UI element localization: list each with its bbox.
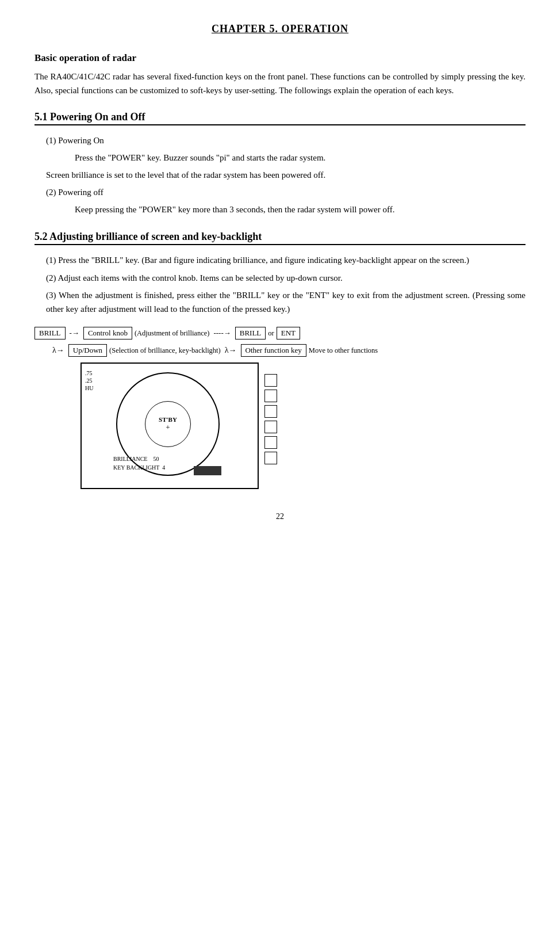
keybl-label: KEY BACKLIGHT xyxy=(113,464,159,471)
sidebar-box-5 xyxy=(264,436,277,449)
section-5-2-item-3: (3) When the adjustment is finished, pre… xyxy=(46,288,526,317)
keybl-info: KEY BACKLIGHT 4 xyxy=(113,463,165,472)
arrow-1: -→ xyxy=(70,329,79,338)
standby-text: ST'BY xyxy=(159,416,177,423)
sidebar-box-3 xyxy=(264,405,277,418)
flow-row-2: λ→ Up/Down (Selection of brilliance, key… xyxy=(51,344,526,357)
key-brill-2: BRILL xyxy=(235,327,266,339)
keybl-value: 4 xyxy=(162,464,165,471)
scale-075: .75 xyxy=(85,369,93,377)
flow-text-2: (Selection of brilliance, key-backlight) xyxy=(109,346,221,355)
page-number: 22 xyxy=(34,512,526,521)
radar-inner-circle: ST'BY + xyxy=(145,401,191,447)
arrow-2: ----→ xyxy=(213,329,231,338)
screen-diagram: .75 .25 HU ST'BY + BRILLIANCE 50 KE xyxy=(80,363,526,489)
plus-symbol: + xyxy=(166,423,170,432)
basic-operation-paragraph: The RA40C/41C/42C radar has several fixe… xyxy=(34,70,526,97)
chapter-title: CHAPTER 5. OPERATION xyxy=(34,23,526,35)
power-off-label: (2) Powering off xyxy=(46,185,526,199)
sidebar-box-1 xyxy=(264,374,277,387)
sidebar-box-2 xyxy=(264,390,277,402)
basic-operation-heading: Basic operation of radar xyxy=(34,52,526,64)
section-5-1-title: 5.1 Powering On and Off xyxy=(34,111,526,125)
section-5-2-title: 5.2 Adjusting brilliance of screen and k… xyxy=(34,231,526,245)
lambda-arrow-1: λ→ xyxy=(52,346,64,355)
flow-row-1: BRILL -→ Control knob (Adjustment of bri… xyxy=(34,327,526,339)
key-control-knob: Control knob xyxy=(83,327,132,339)
flow-text-3: Move to other functions xyxy=(309,346,378,355)
or-text: or xyxy=(268,329,274,338)
power-off-text: Keep pressing the "POWER" key more than … xyxy=(75,203,526,217)
section-5-2-item-1: (1) Press the "BRILL" key. (Bar and figu… xyxy=(46,253,526,268)
brill-bar-container xyxy=(194,466,221,475)
radar-scale: .75 .25 HU xyxy=(85,369,93,392)
key-updown: Up/Down xyxy=(68,344,107,357)
brill-value: 50 xyxy=(153,456,159,462)
flow-text-1: (Adjustment of brilliance) xyxy=(135,329,210,338)
power-on-text: Press the "POWER" key. Buzzer sounds "pi… xyxy=(75,151,526,165)
brill-label: BRILLIANCE xyxy=(113,456,147,462)
key-brill: BRILL xyxy=(34,327,66,339)
power-on-label: (1) Powering On xyxy=(46,133,526,147)
key-ent: ENT xyxy=(277,327,300,339)
scale-hu: HU xyxy=(85,384,93,392)
lambda-arrow-2: λ→ xyxy=(225,346,237,355)
brill-bar xyxy=(194,466,221,475)
screen-brilliance-text: Screen brilliance is set to the level th… xyxy=(46,168,526,182)
key-other-function: Other function key xyxy=(241,344,306,357)
sidebar-box-6 xyxy=(264,452,277,464)
section-5-2-item-2: (2) Adjust each items with the control k… xyxy=(46,271,526,285)
sidebar-indicator-boxes xyxy=(264,374,277,464)
scale-025: .25 xyxy=(85,377,93,384)
brill-info: BRILLIANCE 50 xyxy=(113,455,165,463)
radar-info: BRILLIANCE 50 KEY BACKLIGHT 4 xyxy=(113,455,165,472)
sidebar-box-4 xyxy=(264,421,277,433)
radar-screen-box: .75 .25 HU ST'BY + BRILLIANCE 50 KE xyxy=(80,363,259,489)
